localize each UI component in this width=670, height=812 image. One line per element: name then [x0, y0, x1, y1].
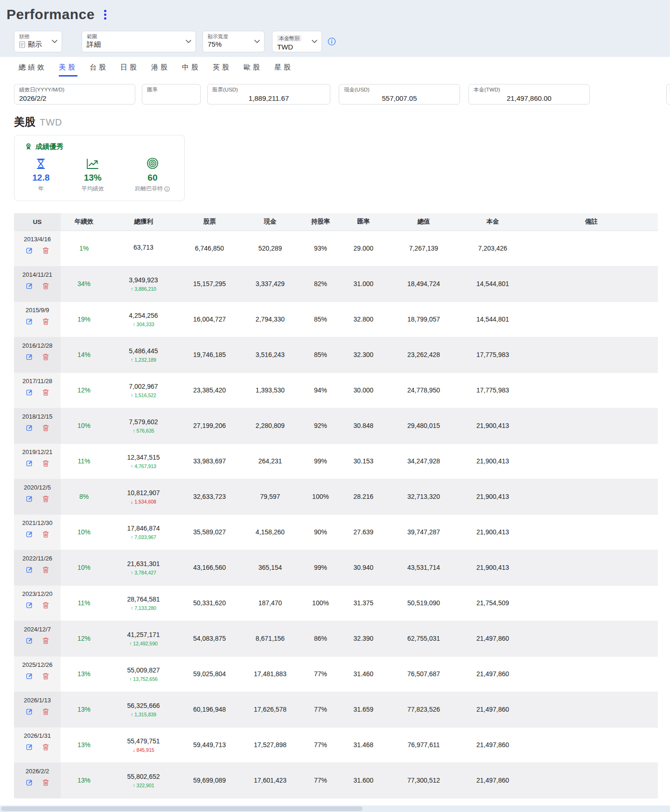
cash-cell: 187,470 — [239, 585, 301, 621]
stock-usd-value: 1,889,211.67 — [212, 94, 325, 102]
principal-cell: 21,900,413 — [461, 479, 525, 514]
tab-total[interactable]: 總績效 — [19, 63, 47, 77]
row-date: 2020/12/5 — [14, 484, 61, 491]
edit-icon[interactable] — [26, 743, 33, 751]
total-value-cell: 34,247,928 — [387, 443, 461, 479]
delete-icon[interactable] — [42, 637, 49, 644]
delete-icon[interactable] — [42, 566, 49, 574]
edit-icon[interactable] — [26, 531, 33, 538]
total-value-cell: 7,267,139 — [387, 231, 461, 266]
delete-icon[interactable] — [42, 318, 49, 325]
delete-icon[interactable] — [42, 353, 49, 361]
holding-ratio-cell: 82% — [301, 266, 340, 301]
edit-icon[interactable] — [26, 247, 33, 254]
tab-sg[interactable]: 星股 — [274, 63, 293, 77]
table-row: 2025/12/26 13% 55,009,827 ↑ 13,752,656 5… — [14, 656, 658, 692]
edit-icon[interactable] — [26, 424, 33, 432]
stock-cell: 6,746,850 — [180, 231, 239, 266]
yearly-return-cell: 10% — [61, 550, 107, 585]
delete-icon[interactable] — [42, 531, 49, 538]
delete-icon[interactable] — [42, 247, 49, 254]
profit-change: ↑ 7,133,280 — [107, 605, 180, 611]
stock-cell: 59,699,089 — [180, 763, 239, 798]
edit-icon[interactable] — [26, 389, 33, 396]
col-header-holding-ratio: 持股率 — [301, 213, 340, 231]
edit-icon[interactable] — [26, 460, 33, 467]
total-profit-value: 10,812,907 — [107, 489, 180, 497]
yearly-return-cell: 11% — [61, 585, 107, 621]
horizontal-scrollbar[interactable] — [0, 805, 670, 812]
status-dropdown[interactable]: 狀態 顯示 — [14, 31, 62, 52]
principal-cell: 21,900,413 — [461, 408, 525, 443]
performance-date-field[interactable]: 績效日(YYYY/M/D) 2026/2/2 — [14, 84, 135, 105]
edit-icon[interactable] — [26, 637, 33, 644]
edit-icon[interactable] — [26, 708, 33, 715]
profit-change: ↑ 322,901 — [107, 783, 180, 788]
delete-icon[interactable] — [42, 460, 49, 467]
principal-cell: 21,497,860 — [461, 621, 525, 656]
tab-tw[interactable]: 台股 — [90, 63, 108, 77]
delete-icon[interactable] — [42, 495, 49, 503]
stock-usd-field[interactable]: 股票(USD) 1,889,211.67 — [207, 84, 330, 105]
date-cell: 2014/11/21 — [14, 266, 61, 301]
tab-us[interactable]: 美股 — [59, 63, 77, 77]
edit-icon[interactable] — [26, 779, 33, 786]
edit-icon[interactable] — [26, 318, 33, 325]
edit-icon[interactable] — [26, 672, 33, 680]
tab-uk[interactable]: 英股 — [213, 63, 231, 77]
chevron-down-icon — [254, 40, 260, 43]
stock-cell: 54,083,875 — [180, 621, 239, 656]
yearly-return-cell: 12% — [61, 372, 107, 408]
edit-icon[interactable] — [26, 353, 33, 361]
stock-cell: 50,331,620 — [180, 585, 239, 621]
exchange-rate-cell: 29.000 — [340, 231, 387, 266]
tab-hk[interactable]: 港股 — [151, 63, 170, 77]
display-width-dropdown[interactable]: 顯示寬度 75% — [202, 31, 265, 52]
stock-cell: 15,157,295 — [180, 266, 239, 301]
edit-icon[interactable] — [26, 566, 33, 574]
tab-jp[interactable]: 日股 — [120, 63, 139, 77]
edit-icon[interactable] — [26, 495, 33, 503]
scrollbar-thumb[interactable] — [1, 806, 363, 811]
table-header-row: US 年績效 總獲利 股票 現金 持股率 匯率 總值 本金 備註 — [14, 213, 658, 231]
stock-cell: 35,589,027 — [180, 514, 239, 550]
edit-icon[interactable] — [26, 282, 33, 290]
yearly-return-cell: 12% — [61, 621, 107, 656]
info-icon[interactable] — [164, 186, 170, 192]
scope-dropdown[interactable]: 範圍 詳細 — [82, 31, 196, 52]
edit-icon[interactable] — [26, 602, 33, 609]
delete-icon[interactable] — [42, 743, 49, 751]
profit-change: ↑ 13,752,656 — [107, 676, 180, 682]
yearly-return-cell: 11% — [61, 443, 107, 479]
date-cell: 2015/9/9 — [14, 301, 61, 337]
delete-icon[interactable] — [42, 779, 49, 786]
holding-ratio-cell: 77% — [301, 763, 340, 798]
principal-currency-value: TWD — [277, 43, 293, 51]
delete-icon[interactable] — [42, 424, 49, 432]
exchange-rate-field[interactable]: 匯率 — [142, 84, 201, 105]
stock-cell: 32,633,723 — [180, 479, 239, 514]
total-profit-cell: 28,764,581 ↑ 7,133,280 — [107, 585, 180, 621]
delete-icon[interactable] — [42, 282, 49, 290]
stock-cell: 23,385,420 — [180, 372, 239, 408]
cash-cell: 17,527,898 — [239, 727, 301, 763]
row-date: 2015/9/9 — [14, 307, 61, 314]
tab-eu[interactable]: 歐股 — [244, 63, 262, 77]
kebab-menu-icon[interactable] — [102, 8, 108, 21]
delete-icon[interactable] — [42, 602, 49, 609]
holding-ratio-cell: 99% — [301, 443, 340, 479]
cash-usd-field[interactable]: 現金(USD) 557,007.05 — [339, 84, 460, 105]
delete-icon[interactable] — [42, 708, 49, 715]
delete-icon[interactable] — [42, 672, 49, 680]
principal-currency-dropdown[interactable]: 本金幣別 TWD — [272, 31, 322, 52]
info-icon[interactable] — [328, 37, 336, 46]
clipped-field: | — [666, 84, 670, 105]
tab-cn[interactable]: 中股 — [182, 63, 201, 77]
exchange-rate-cell: 30.153 — [340, 443, 387, 479]
stock-cell: 43,166,560 — [180, 550, 239, 585]
cash-cell: 1,393,530 — [239, 372, 301, 408]
principal-twd-field[interactable]: 本金(TWD) 21,497,860.00 — [468, 84, 590, 105]
delete-icon[interactable] — [42, 389, 49, 396]
exchange-rate-cell: 31.468 — [340, 727, 387, 763]
total-value-cell: 18,799,057 — [387, 301, 461, 337]
